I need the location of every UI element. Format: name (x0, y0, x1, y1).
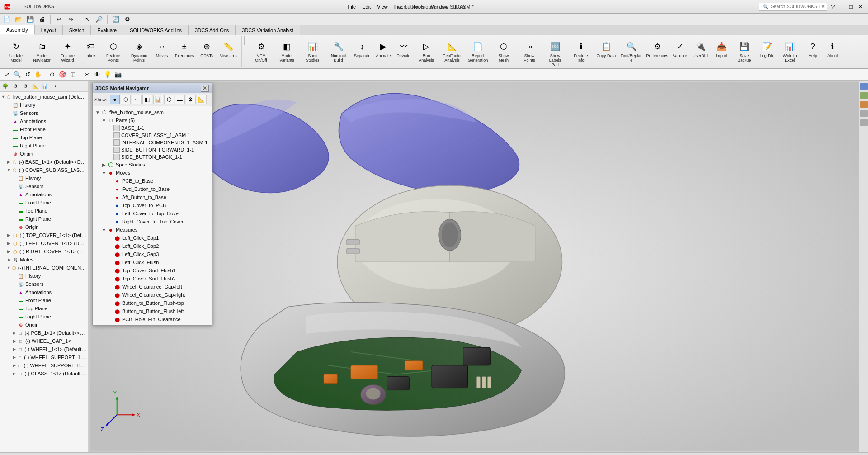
update-model-btn[interactable]: ↻ Update Model (4, 38, 28, 64)
nav-icon-7[interactable]: ▬ (175, 95, 185, 104)
minimize-button[interactable]: ─ (838, 4, 846, 10)
section-view-btn[interactable]: ✂ (82, 70, 92, 80)
close-button[interactable]: ✕ (856, 4, 864, 10)
nav-part-2[interactable]: COVER_SUB-ASSY_1_ASM-1 (94, 132, 210, 139)
find-replace-btn[interactable]: 🔍 Find/Replace (619, 38, 644, 64)
help-btn[interactable]: ? Help (803, 38, 822, 60)
tree-right-plane[interactable]: ▬ Right Plane (1, 142, 87, 150)
property-manager-icon[interactable]: ⚙ (11, 81, 20, 90)
nav-meas-10[interactable]: ⬤ Button_to_Button_Flush-left (94, 307, 210, 315)
user-dll-btn[interactable]: 🔌 UserDLL (690, 38, 711, 60)
tree-top-cover[interactable]: ▶ ⬡ (-) TOP_COVER_1<1> (Defaul (1, 231, 87, 239)
tree-top-plane[interactable]: ▬ Top Plane (1, 133, 87, 142)
measures-btn[interactable]: 📏 Measures (217, 38, 240, 60)
nav-icon-1[interactable]: ● (110, 95, 120, 104)
root-toggle[interactable]: ▼ (1, 95, 6, 99)
show-points-btn[interactable]: ·∘ Show Points (517, 38, 542, 64)
settings-button[interactable]: ⚙ (123, 14, 132, 24)
nav-move-6[interactable]: ■ Right_Cover_to_Top_Cover (94, 218, 210, 226)
3dcs-tree-icon[interactable]: 📊 (41, 81, 50, 90)
nav-part-3[interactable]: INTERNAL_COMPONENTS_1_ASM-1 (94, 139, 210, 146)
zoom-area-btn[interactable]: 🔍 (12, 70, 22, 80)
nav-move-2[interactable]: ● Fwd_Button_to_Base (94, 185, 210, 193)
write-excel-btn[interactable]: 📊 Write to Excel (778, 38, 802, 64)
3d-viewport[interactable]: X Y Z Plane Top 3DCS Model Navigator ✕ S… (90, 81, 859, 452)
tree-front-plane[interactable]: ▬ Front Plane (1, 125, 87, 133)
about-btn[interactable]: ℹ About (823, 38, 842, 60)
lc-toggle[interactable]: ▶ (6, 241, 12, 246)
nav-meas-5[interactable]: ⬤ Top_Cover_Surf_Flush1 (94, 266, 210, 275)
help-search-input[interactable] (771, 4, 825, 9)
config-manager-icon[interactable]: ⚙ (21, 81, 30, 90)
tab-3dcs-variation[interactable]: 3DCS Variation Analyst (236, 25, 300, 35)
nav-move-1[interactable]: ● PCB_to_Base (94, 177, 210, 185)
maximize-button[interactable]: □ (848, 4, 854, 10)
tab-assembly[interactable]: Assembly (0, 25, 35, 35)
rp-icon-5[interactable] (860, 119, 868, 126)
nav-meas-2[interactable]: ⬤ Left_Click_Gap2 (94, 242, 210, 250)
save-backup-btn[interactable]: 💾 Save Backup (732, 38, 757, 64)
nav-meas-9[interactable]: ⬤ Button_to_Button_Flush-top (94, 299, 210, 307)
tree-sensors2[interactable]: 📡 Sensors (1, 182, 87, 190)
tree-tp3[interactable]: ▬ Top Plane (1, 304, 87, 313)
tree-wheel-support[interactable]: ▶ □ (-) WHEEL_SUPPORT_1<1> (I (1, 353, 87, 361)
pcb-toggle[interactable]: ▶ (12, 331, 17, 335)
tab-layout[interactable]: Layout (35, 25, 63, 35)
nav-parts-header[interactable]: ▼ □ Parts (5) (94, 116, 210, 124)
wheel-toggle[interactable]: ▶ (12, 347, 17, 351)
zoom-button[interactable]: 🔎 (94, 14, 104, 24)
tree-cover-sub[interactable]: ▼ ⬡ (-) COVER_SUB-ASS_1ASM<1> (1, 166, 87, 174)
nav-meas-1[interactable]: ⬤ Left_Click_Gap1 (94, 234, 210, 242)
geo-factor-btn[interactable]: 📐 GeoFactor Analysis (440, 38, 465, 64)
nav-meas-7[interactable]: ⬤ Wheel_Clearance_Gap-left (94, 283, 210, 291)
tree-origin2[interactable]: ⊕ Origin (1, 223, 87, 231)
tree-sens3[interactable]: 📡 Sensors (1, 280, 87, 288)
tab-3dcs-addons[interactable]: 3DCS Add-Ons (189, 25, 236, 35)
tc-toggle[interactable]: ▶ (6, 233, 12, 237)
tree-tp2[interactable]: ▬ Top Plane (1, 207, 87, 215)
tree-rp2[interactable]: ▬ Right Plane (1, 215, 87, 223)
model-variants-btn[interactable]: ◧ Model Variants (274, 38, 299, 64)
nav-meas-4[interactable]: ⬤ Left_Click_Flush (94, 258, 210, 266)
nav-root[interactable]: ▼ ⬡ five_button_mouse_asm (94, 108, 210, 116)
int-toggle[interactable]: ▼ (6, 265, 11, 270)
tree-history2[interactable]: 📋 History (1, 174, 87, 182)
deviate-btn[interactable]: 〰 Deviate (394, 38, 413, 60)
preferences-btn[interactable]: ⚙ Preferences (645, 38, 670, 60)
tree-wheel-support-base[interactable]: ▶ □ (-) WHEEL_SUPPORT_BASE_1 (1, 361, 87, 370)
nav-parts-toggle[interactable]: ▼ (101, 118, 107, 123)
redo-button[interactable]: ↪ (66, 14, 75, 24)
undo-button[interactable]: ↩ (54, 14, 64, 24)
tree-annot3[interactable]: ▲ Annotations (1, 288, 87, 296)
tolerances-btn[interactable]: ± Tolerances (172, 38, 197, 60)
nav-icon-9[interactable]: 📐 (197, 95, 207, 104)
rotate-btn[interactable]: ↺ (23, 70, 33, 80)
gdt-btn[interactable]: ⊕ GD&Ts (198, 38, 217, 60)
moves-btn[interactable]: ↔ Moves (152, 38, 171, 60)
nominal-build-btn[interactable]: 🔧 Nominal Build (326, 38, 351, 64)
nav-meas-8[interactable]: ⬤ Wheel_Clearance_Gap-right (94, 291, 210, 299)
menu-view[interactable]: View (374, 3, 391, 10)
render-btn[interactable]: 💡 (103, 70, 113, 80)
normal-to-btn[interactable]: ⊙ (47, 70, 57, 80)
model-navigator-btn[interactable]: 🗂 Model Navigator (29, 38, 54, 64)
tab-evaluate[interactable]: Evaluate (91, 25, 123, 35)
nav-moves-header[interactable]: ▼ ● Moves (94, 169, 210, 177)
tab-sketch[interactable]: Sketch (63, 25, 91, 35)
tree-history[interactable]: 📋 History (1, 101, 87, 109)
nav-icon-6[interactable]: ⬡ (164, 95, 174, 104)
rp-icon-1[interactable] (860, 83, 868, 90)
nav-meas-6[interactable]: ⬤ Top_Cover_Surf_Flush2 (94, 275, 210, 283)
run-analysis-btn[interactable]: ▷ Run Analysis (414, 38, 439, 64)
nav-spec-toggle[interactable]: ▶ (101, 162, 107, 167)
help-icon[interactable]: ? (829, 2, 836, 11)
tree-annotations[interactable]: ▲ Annotations (1, 117, 87, 125)
dim-expert-icon[interactable]: 📐 (31, 81, 40, 90)
pan-btn[interactable]: ✋ (33, 70, 43, 80)
rp-icon-4[interactable] (860, 110, 868, 117)
tree-pcb[interactable]: ▶ □ (-) PCB_1<1> (Default<<Defa (1, 329, 87, 337)
nav-move-4[interactable]: ■ Top_Cover_to_PCB (94, 201, 210, 209)
display-style-btn[interactable]: ◫ (68, 70, 78, 80)
expand-icon[interactable]: › (51, 81, 60, 90)
feature-wizard-btn[interactable]: ✦ Feature Wizard (55, 38, 80, 64)
